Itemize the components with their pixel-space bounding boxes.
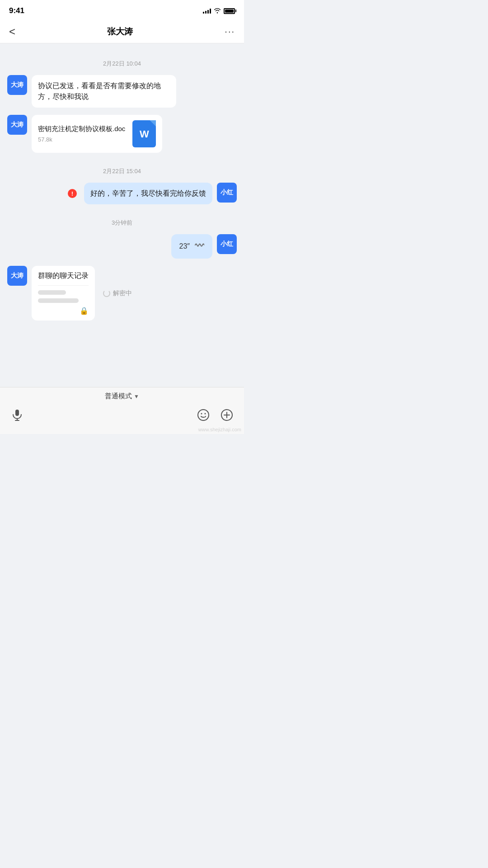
svg-rect-0: [15, 410, 19, 416]
word-file-icon: W: [132, 120, 156, 147]
bubble-voice-4[interactable]: 23″: [171, 234, 212, 259]
watermark: www.shejizhaji.com: [198, 427, 241, 432]
avatar-datao-2: 大涛: [7, 115, 27, 135]
mic-button[interactable]: [9, 407, 25, 423]
chat-area: 2月22日 10:04 大涛 协议已发送，看看是否有需要修改的地方，尽快和我说 …: [0, 43, 244, 389]
message-row-3: 小红 好的，辛苦了，我尽快看完给你反馈 !: [7, 183, 237, 204]
wifi-icon: [214, 7, 221, 15]
add-button[interactable]: [219, 407, 235, 423]
status-icons: [203, 7, 235, 15]
avatar-datao-3: 大涛: [7, 266, 27, 286]
avatar-datao-1: 大涛: [7, 75, 27, 95]
avatar-xiaohong-2: 小红: [217, 234, 237, 254]
back-button[interactable]: <: [9, 25, 15, 38]
file-name: 密钥充注机定制协议模板.doc: [38, 124, 125, 133]
decrypt-spinner-icon: [103, 290, 110, 297]
bubble-file-2[interactable]: 密钥充注机定制协议模板.doc 57.8k W: [32, 115, 162, 153]
more-button[interactable]: ···: [225, 26, 235, 37]
timestamp-2: 2月22日 15:04: [7, 167, 237, 175]
file-bubble: 密钥充注机定制协议模板.doc 57.8k W: [38, 120, 156, 147]
bubble-1[interactable]: 协议已发送，看看是否有需要修改的地方，尽快和我说: [32, 75, 176, 108]
file-info: 密钥充注机定制协议模板.doc 57.8k: [38, 124, 125, 144]
message-row-4: 小红 23″: [7, 234, 237, 259]
decrypt-label: 解密中: [113, 289, 132, 297]
emoji-button[interactable]: [195, 407, 211, 423]
nav-title: 张大涛: [107, 26, 133, 38]
mode-selector[interactable]: 普通模式 ▼: [0, 387, 244, 403]
toolbar-right: [195, 407, 235, 423]
status-time: 9:41: [9, 6, 24, 15]
battery-icon: [224, 8, 235, 14]
nav-bar: < 张大涛 ···: [0, 20, 244, 43]
message-row-5: 大涛 群聊的聊天记录 🔒 解密中: [7, 266, 237, 321]
lock-icon: 🔒: [80, 307, 89, 315]
message-row-2: 大涛 密钥充注机定制协议模板.doc 57.8k W: [7, 115, 237, 153]
record-line-1: [38, 290, 66, 295]
mode-arrow-icon: ▼: [134, 393, 139, 400]
record-lock-row: 🔒: [38, 307, 89, 315]
signal-icon: [203, 8, 211, 14]
voice-wave-icon: [194, 240, 204, 253]
record-bubble[interactable]: 群聊的聊天记录 🔒: [32, 266, 95, 321]
status-bar: 9:41: [0, 0, 244, 20]
decrypt-badge: 解密中: [103, 289, 132, 297]
record-line-2: [38, 298, 79, 303]
record-title: 群聊的聊天记录: [38, 271, 89, 281]
file-size: 57.8k: [38, 135, 125, 144]
bubble-3[interactable]: 好的，辛苦了，我尽快看完给你反馈: [84, 183, 212, 204]
mode-label: 普通模式: [105, 392, 132, 401]
svg-point-3: [198, 410, 209, 420]
voice-duration: 23″: [179, 241, 190, 252]
message-row-1: 大涛 协议已发送，看看是否有需要修改的地方，尽快和我说: [7, 75, 237, 108]
record-content: 🔒: [38, 285, 89, 315]
svg-point-4: [201, 413, 202, 415]
error-indicator: !: [68, 189, 77, 198]
timestamp-3: 3分钟前: [7, 219, 237, 227]
timestamp-1: 2月22日 10:04: [7, 60, 237, 68]
svg-point-5: [205, 413, 206, 415]
avatar-xiaohong-1: 小红: [217, 183, 237, 203]
